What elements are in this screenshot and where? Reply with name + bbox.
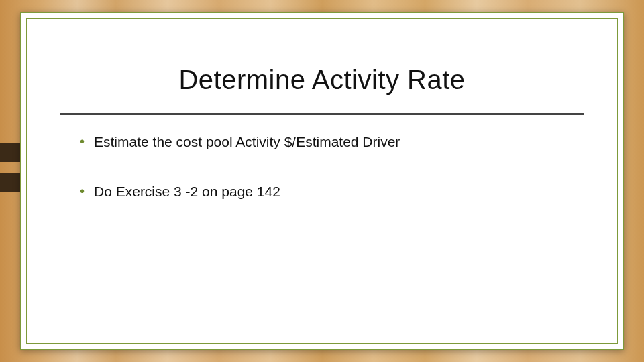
bullet-icon: •: [80, 183, 85, 199]
slide-title: Determine Activity Rate: [21, 65, 623, 95]
title-underline: [60, 113, 584, 115]
list-item: • Estimate the cost pool Activity $/Esti…: [80, 133, 583, 151]
bullet-list: • Estimate the cost pool Activity $/Esti…: [80, 133, 583, 233]
slide-background: Determine Activity Rate • Estimate the c…: [0, 0, 644, 362]
slide-card: Determine Activity Rate • Estimate the c…: [20, 12, 624, 350]
list-item-text: Do Exercise 3 -2 on page 142: [94, 183, 280, 200]
bullet-icon: •: [80, 133, 85, 149]
list-item-text: Estimate the cost pool Activity $/Estima…: [94, 133, 400, 151]
list-item: • Do Exercise 3 -2 on page 142: [80, 183, 583, 200]
